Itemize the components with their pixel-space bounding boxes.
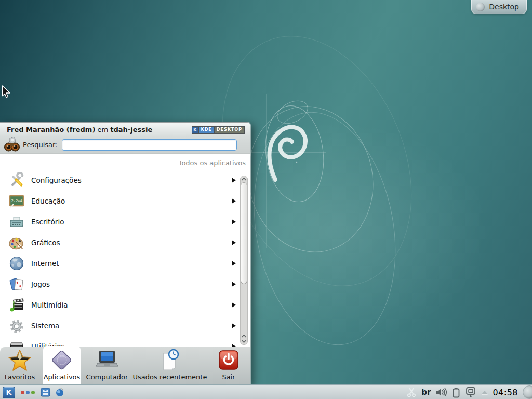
submenu-arrow-icon [232, 323, 236, 328]
submenu-arrow-icon [232, 178, 236, 183]
category-list: Configurações 2-2=4 Educação [0, 170, 250, 347]
search-label: Pesquisar: [23, 141, 58, 149]
tab-label: Usados recentemente [133, 373, 207, 381]
category-label: Jogos [31, 280, 232, 288]
scroll-up-icon[interactable] [241, 177, 247, 181]
category-row-sistema[interactable]: Sistema [0, 315, 250, 336]
digital-clock[interactable]: 04:58 [493, 388, 518, 397]
search-input[interactable] [62, 139, 237, 151]
category-label: Sistema [31, 322, 232, 330]
mouse-cursor [2, 85, 11, 99]
tab-sair[interactable]: Sair [209, 347, 248, 384]
tray-expander-icon[interactable] [482, 391, 488, 394]
category-label: Educação [31, 197, 232, 205]
category-row-configuracoes[interactable]: Configurações [0, 170, 250, 191]
tab-favoritos[interactable]: Favoritos [1, 347, 39, 384]
svg-text:2-2=4: 2-2=4 [11, 199, 22, 203]
recent-document-clock-icon [158, 349, 182, 373]
user-host-title: Fred Maranhão (fredm) em tdah-jessie [7, 126, 152, 134]
device-notifier-icon[interactable] [464, 387, 477, 398]
scrollbar-thumb[interactable] [241, 182, 247, 284]
kickoff-search-row: Pesquisar: [0, 136, 250, 154]
tab-computador[interactable]: Computador [83, 347, 131, 384]
bottom-panel: K br [0, 385, 532, 399]
power-icon [217, 349, 241, 373]
category-row-escritorio[interactable]: Escritório [0, 211, 250, 232]
category-label: Internet [31, 259, 232, 268]
submenu-arrow-icon [232, 219, 236, 224]
submenu-arrow-icon [232, 240, 236, 245]
binoculars-search-icon [3, 136, 21, 153]
laptop-icon [95, 349, 119, 373]
category-label: Multimídia [31, 301, 232, 309]
playing-cards-icon [8, 276, 25, 292]
scroll-down-icon[interactable] [241, 339, 247, 343]
category-row-multimidia[interactable]: Multimídia [0, 295, 250, 315]
panel-launchers: K [0, 387, 64, 398]
category-label: Configurações [31, 176, 232, 184]
submenu-arrow-icon [232, 282, 236, 287]
gear-icon [8, 317, 25, 334]
category-row-educacao[interactable]: 2-2=4 Educação [0, 191, 250, 211]
tab-label: Sair [222, 373, 235, 381]
globe-icon [8, 255, 25, 272]
tab-label: Aplicativos [44, 373, 81, 381]
battery-icon[interactable] [453, 387, 460, 398]
clipboard-scissors-icon[interactable] [406, 387, 417, 397]
category-label: Escritório [31, 218, 232, 226]
kickoff-applications-view: Todos os aplicativos Configurações 2-2=4 [0, 154, 250, 347]
system-tray: br 04:58 [406, 385, 532, 399]
category-label: Gráficos [31, 238, 232, 247]
kickoff-launcher-icon[interactable]: K [3, 387, 15, 398]
palette-icon [8, 234, 25, 251]
all-applications-link[interactable]: Todos os aplicativos [179, 159, 246, 167]
submenu-arrow-icon [232, 302, 236, 308]
kickoff-header: Fred Maranhão (fredm) em tdah-jessie K K… [0, 123, 250, 136]
keyboard-layout-indicator[interactable]: br [421, 388, 431, 397]
activities-dots-icon[interactable] [20, 391, 36, 394]
category-row-jogos[interactable]: Jogos [0, 274, 250, 295]
typewriter-icon [8, 214, 25, 230]
utilities-drawer-icon [8, 338, 25, 347]
tab-label: Computador [86, 373, 128, 381]
category-row-graficos[interactable]: Gráficos [0, 232, 250, 253]
submenu-arrow-icon [232, 261, 236, 266]
multimedia-icon [8, 297, 25, 313]
crossed-tools-icon [8, 172, 25, 189]
kde-diamond-icon [50, 349, 74, 373]
blue-ball-gear-icon[interactable] [55, 388, 64, 397]
submenu-arrow-icon [232, 198, 236, 204]
desktop-toolbox[interactable]: Desktop [471, 0, 527, 14]
kickoff-tab-bar: Favoritos Aplicativos Computador [0, 347, 250, 384]
star-icon [8, 349, 32, 373]
category-row-internet[interactable]: Internet [0, 253, 250, 274]
kickoff-menu: Fred Maranhão (fredm) em tdah-jessie K K… [0, 122, 250, 385]
tab-aplicativos[interactable]: Aplicativos [43, 346, 81, 384]
plasma-cashew-icon [476, 3, 485, 11]
panel-cashew-icon[interactable] [523, 385, 532, 399]
category-row-utilitarios[interactable]: Utilitários [0, 336, 250, 347]
tab-usados-recentemente[interactable]: Usados recentemente [133, 347, 207, 384]
volume-icon[interactable] [435, 387, 448, 397]
chalkboard-icon: 2-2=4 [8, 193, 25, 209]
tab-label: Favoritos [5, 373, 35, 381]
desktop-toolbox-label: Desktop [489, 3, 519, 11]
scrollbar-track[interactable] [240, 176, 248, 345]
kde-desktop-badge: K KDE DESKTOP [192, 126, 245, 134]
drawer-icon[interactable] [41, 388, 50, 397]
scroll-up2-icon[interactable] [241, 334, 247, 338]
kde-logo-icon: K [192, 127, 199, 133]
